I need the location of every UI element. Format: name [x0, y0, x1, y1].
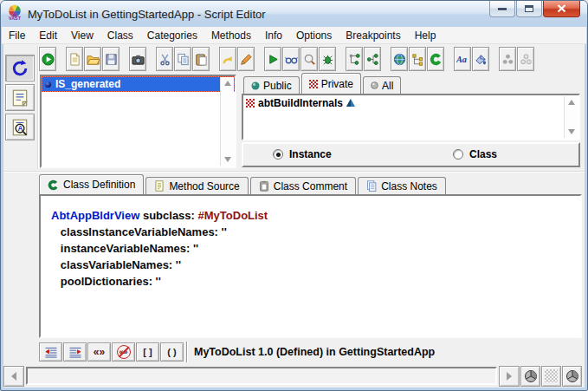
- ungroup-parts-button[interactable]: [517, 47, 534, 71]
- connect-part-button[interactable]: [346, 47, 363, 71]
- tab-class-comment[interactable]: Class Comment: [250, 177, 356, 194]
- gc-monitor-button[interactable]: [562, 366, 582, 387]
- undo-arrow-icon: [222, 53, 235, 66]
- menu-methods[interactable]: Methods: [204, 27, 258, 44]
- parts-list-item[interactable]: IS_generated: [42, 76, 235, 92]
- part-hierarchy-button[interactable]: [409, 47, 426, 71]
- horizontal-splitter[interactable]: [3, 171, 585, 173]
- tab-public[interactable]: Public: [243, 76, 300, 94]
- script-browser-button[interactable]: A: [5, 114, 35, 140]
- scroll-down-icon[interactable]: [224, 157, 231, 162]
- undo-button[interactable]: [219, 47, 236, 71]
- message-forward-button[interactable]: [499, 366, 520, 387]
- activity-indicator-button[interactable]: [541, 366, 561, 387]
- instance-radio-label: Instance: [289, 148, 332, 160]
- tab-private-label: Private: [321, 78, 353, 90]
- red-checker-icon: [246, 99, 255, 108]
- execute-button[interactable]: [264, 47, 281, 71]
- web-browser-button[interactable]: [391, 47, 408, 71]
- message-back-button[interactable]: [3, 366, 24, 387]
- tab-class-notes[interactable]: Class Notes: [358, 177, 446, 194]
- side-toolbar: A: [5, 55, 35, 140]
- group-parts-button[interactable]: [499, 47, 516, 71]
- highlight-marker-button[interactable]: [237, 47, 255, 71]
- menu-bar: FileEditViewClassCategoriesMethodsInfoOp…: [2, 27, 586, 44]
- close-icon: [557, 4, 566, 13]
- scroll-up-icon[interactable]: [568, 100, 575, 105]
- titlebar[interactable]: VAST MyToDoList in GettingStartedApp - S…: [1, 1, 587, 27]
- memory-monitor-button[interactable]: [520, 366, 540, 387]
- indent-increase-icon: [68, 347, 82, 358]
- definition-status-text: MyToDoList 1.0 (Defined) in GettingStart…: [194, 346, 435, 358]
- menu-options[interactable]: Options: [289, 27, 339, 44]
- paint-bucket-icon: [475, 53, 488, 66]
- tab-method-source[interactable]: Method Source: [145, 177, 248, 194]
- refresh-view-button[interactable]: [5, 55, 35, 81]
- indent-increase-button[interactable]: [63, 342, 87, 362]
- connect-parts-tree-button[interactable]: [364, 47, 381, 71]
- menu-file[interactable]: File: [2, 27, 32, 44]
- insert-brackets-button[interactable]: [ ]: [136, 342, 159, 362]
- class-radio[interactable]: Class: [453, 148, 497, 160]
- text-style-button[interactable]: Aa: [454, 47, 471, 71]
- refresh-c-icon: [430, 53, 443, 66]
- menu-view[interactable]: View: [64, 27, 100, 44]
- insert-guillemets-button[interactable]: «»: [87, 342, 111, 362]
- main-toolbar: Aa: [39, 46, 535, 72]
- radio-icon: [453, 149, 463, 160]
- menu-breakpoints[interactable]: Breakpoints: [339, 27, 407, 44]
- pie-indicator-icon: [524, 369, 538, 383]
- maximize-button[interactable]: [516, 1, 542, 17]
- script-editor-button[interactable]: [5, 84, 35, 111]
- close-button[interactable]: [543, 1, 580, 17]
- open-button[interactable]: [84, 47, 101, 71]
- dither-pattern-icon: [545, 369, 558, 382]
- notes-pages-icon: [366, 180, 377, 192]
- menu-categories[interactable]: Categories: [140, 27, 204, 44]
- scroll-down-icon[interactable]: [568, 129, 575, 134]
- code-line: instanceVariableNames: '': [51, 240, 577, 257]
- code-line: classVariableNames: '': [51, 257, 577, 273]
- inspect-button[interactable]: [300, 47, 318, 71]
- fill-color-button[interactable]: [472, 47, 489, 71]
- tab-class-definition[interactable]: Class Definition: [39, 174, 144, 194]
- menu-info[interactable]: Info: [258, 27, 289, 44]
- new-script-button[interactable]: [66, 47, 83, 71]
- members-list-scrollbar[interactable]: [564, 96, 578, 138]
- code-editor[interactable]: AbtAppBldrView subclass: #MyToDoList cla…: [39, 194, 582, 338]
- scope-groupbox: Instance Class: [242, 142, 580, 167]
- connect-tree-icon: [366, 53, 379, 66]
- script-note-icon: [10, 88, 29, 108]
- save-button[interactable]: [102, 47, 120, 71]
- menu-help[interactable]: Help: [408, 27, 443, 44]
- scroll-up-icon[interactable]: [224, 81, 231, 86]
- vast-app-icon: VAST: [7, 4, 23, 23]
- tab-all[interactable]: All: [363, 76, 401, 94]
- browse-code-button[interactable]: [282, 47, 300, 71]
- screenshot-button[interactable]: [129, 47, 146, 71]
- parts-list-scrollbar[interactable]: [220, 77, 234, 166]
- instance-radio[interactable]: Instance: [273, 148, 332, 160]
- run-icon: [42, 53, 55, 66]
- run-button[interactable]: [39, 47, 56, 71]
- minimize-button[interactable]: [489, 1, 515, 17]
- parts-list[interactable]: IS_generated: [40, 75, 236, 168]
- members-list[interactable]: abtBuildInternals: [242, 94, 580, 140]
- cut-button[interactable]: [156, 47, 173, 71]
- insert-parens-button[interactable]: ( ): [160, 342, 184, 362]
- refresh-connections-button[interactable]: [427, 47, 444, 71]
- vertical-splitter[interactable]: [37, 46, 39, 169]
- copy-icon: [177, 53, 190, 66]
- copy-button[interactable]: [174, 47, 191, 71]
- tab-private[interactable]: Private: [301, 73, 361, 94]
- menu-class[interactable]: Class: [100, 27, 140, 44]
- paste-button[interactable]: [192, 47, 210, 71]
- members-list-item[interactable]: abtBuildInternals: [243, 95, 578, 110]
- menu-edit[interactable]: Edit: [32, 27, 64, 44]
- window-title: MyToDoList in GettingStartedApp - Script…: [28, 8, 266, 21]
- toolbar-separator: [186, 342, 188, 362]
- glasses-icon: [285, 53, 298, 66]
- indent-decrease-button[interactable]: [39, 342, 62, 362]
- debug-button[interactable]: [319, 47, 336, 71]
- remove-guillemets-button[interactable]: «»: [112, 342, 135, 362]
